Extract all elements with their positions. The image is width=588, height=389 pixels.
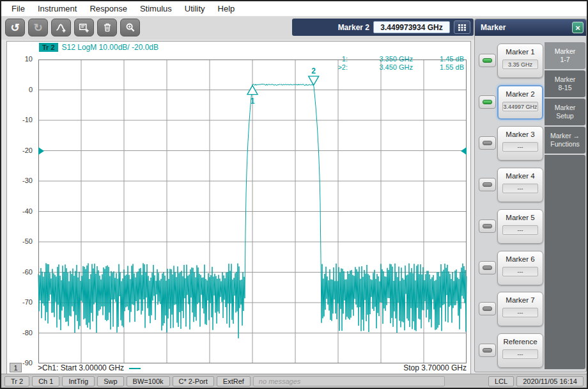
zoom-button[interactable]	[120, 19, 140, 36]
new-window-icon	[79, 22, 89, 33]
reference-button[interactable]: Reference---	[497, 333, 543, 368]
marker-panel: Marker × Marker 13.35 GHzMarker 23.44997…	[474, 19, 587, 372]
marker-button-value: ---	[502, 184, 538, 193]
marker-led-marker-6[interactable]	[479, 261, 496, 274]
zoom-icon	[125, 22, 135, 33]
app-window: FileInstrumentResponseStimulusUtilityHel…	[0, 0, 588, 389]
led-off-indicator	[483, 266, 492, 270]
marker-7-button[interactable]: Marker 7---	[497, 292, 543, 326]
status-mode-indicator: LCL	[488, 376, 514, 386]
y-axis-tick-label: -80	[11, 329, 33, 337]
marker-entry-bar: Marker 2	[292, 19, 474, 36]
status-message: no messages	[253, 376, 445, 386]
marker-entry-label: Marker 2	[338, 23, 369, 32]
tab-label-line: 8-15	[558, 84, 571, 92]
marker-button-value: ---	[502, 142, 538, 152]
status-datetime: 2020/11/05 16:14	[516, 376, 584, 386]
led-on-indicator	[483, 100, 492, 104]
y-axis-tick-label: -70	[11, 298, 33, 306]
undo-icon: ↺	[10, 22, 19, 33]
status-segment-extref: ExtRef	[217, 376, 251, 386]
menu-response[interactable]: Response	[83, 4, 134, 13]
marker-tab-column: Marker1-7Marker8-15MarkerSetupMarker →Fu…	[545, 42, 585, 369]
marker-button-value: ---	[502, 349, 538, 359]
new-window-button[interactable]	[74, 19, 94, 36]
screen-number-chip: 1	[10, 363, 22, 372]
undo-button[interactable]: ↺	[5, 19, 25, 36]
marker-row-id: 1:	[331, 55, 350, 63]
marker-button-value: ---	[502, 308, 538, 317]
marker-button-value: 3.44997 GHz	[502, 102, 538, 111]
marker-row-frequency: 3.350 GHz	[350, 55, 415, 63]
marker-row-frequency: 3.450 GHz	[350, 63, 415, 71]
panel-title: Marker	[481, 23, 572, 32]
status-segment-tr-2: Tr 2	[4, 376, 29, 386]
status-segment-swp: Swp	[97, 376, 123, 386]
menu-instrument[interactable]: Instrument	[31, 4, 83, 13]
marker-4-button[interactable]: Marker 4---	[497, 168, 543, 202]
marker-button-value: ---	[502, 225, 538, 235]
marker-row-value: 1.45 dB	[415, 55, 467, 63]
marker-button-value: 3.35 GHz	[502, 60, 538, 69]
status-segment-bw-100k: BW=100k	[127, 376, 170, 386]
tab-marker-setup[interactable]: MarkerSetup	[545, 99, 585, 125]
keypad-icon	[458, 24, 467, 31]
menu-bar: FileInstrumentResponseStimulusUtilityHel…	[1, 1, 587, 17]
menu-file[interactable]: File	[5, 4, 31, 13]
marker-led-marker-1[interactable]	[479, 54, 496, 67]
plot-canvas[interactable]: 12	[38, 60, 467, 363]
trace-marker-2[interactable]: 2	[309, 67, 319, 85]
y-axis-tick-label: -30	[11, 177, 33, 184]
tab-label-line: Setup	[556, 112, 573, 120]
trace-chip: Tr 2	[39, 43, 58, 52]
marker-led-reference[interactable]	[479, 344, 496, 357]
menu-help[interactable]: Help	[212, 4, 242, 13]
marker-led-marker-7[interactable]	[479, 302, 496, 315]
y-axis-tick-label: 10	[11, 55, 33, 63]
status-segment-ch-1: Ch 1	[32, 376, 59, 386]
menu-stimulus[interactable]: Stimulus	[134, 4, 178, 13]
marker-5-button[interactable]: Marker 5---	[497, 209, 543, 244]
marker-button-label: Reference	[498, 338, 543, 345]
tab-label-line: Marker	[555, 75, 576, 84]
marker-led-marker-5[interactable]	[479, 219, 496, 233]
marker-6-button[interactable]: Marker 6---	[497, 251, 543, 285]
marker-3-button[interactable]: Marker 3---	[497, 126, 543, 161]
redo-button[interactable]: ↻	[28, 19, 48, 36]
marker-led-marker-2[interactable]	[479, 95, 496, 109]
status-bar: Tr 2Ch 1IntTrigSwpBW=100kC* 2-PortExtRef…	[1, 374, 587, 388]
ref-level-arrow-left	[38, 147, 44, 155]
redo-icon: ↻	[33, 22, 42, 33]
toolbar-buttons: ↺↻	[5, 19, 140, 36]
delete-button[interactable]	[97, 19, 117, 36]
add-marker-button[interactable]	[51, 19, 71, 36]
tab-marker-1-7[interactable]: Marker1-7	[545, 42, 585, 69]
led-off-indicator	[483, 224, 492, 228]
marker-frequency-input[interactable]	[373, 21, 450, 33]
y-axis-tick-label: -40	[11, 207, 33, 215]
tab-label-line: 1-7	[560, 56, 569, 64]
y-axis-tick-label: -10	[11, 116, 33, 123]
status-segment-inttrig: IntTrig	[62, 376, 95, 386]
stop-frequency-label: Stop 3.70000 GHz	[403, 363, 467, 372]
menu-utility[interactable]: Utility	[178, 4, 212, 13]
marker-led-marker-3[interactable]	[479, 136, 496, 150]
led-off-indicator	[483, 306, 492, 311]
marker-1-button[interactable]: Marker 13.35 GHz	[497, 44, 543, 78]
marker-led-marker-4[interactable]	[479, 178, 496, 191]
trace-color-indicator	[129, 368, 141, 369]
plot-area: Tr 2 S12 LogM 10.00dB/ -20.0dB 100-10-20…	[6, 41, 471, 374]
marker-button-label: Marker 3	[498, 131, 543, 138]
led-off-indicator	[483, 182, 492, 187]
tab-marker-8-15[interactable]: Marker8-15	[545, 70, 585, 97]
close-icon[interactable]: ×	[572, 22, 584, 33]
keypad-button[interactable]	[454, 20, 470, 34]
tab-label-line: Marker	[555, 104, 576, 112]
y-axis-tick-label: -60	[11, 268, 33, 276]
marker-button-label: Marker 1	[498, 48, 543, 56]
marker-button-value: ---	[502, 267, 538, 276]
tab-marker-functions[interactable]: Marker →Functions	[545, 127, 585, 154]
tab-label-line: Marker	[555, 47, 576, 56]
y-axis-labels: 100-10-20-30-40-50-60-70-80-90	[11, 60, 35, 363]
marker-2-button[interactable]: Marker 23.44997 GHz	[497, 85, 543, 120]
